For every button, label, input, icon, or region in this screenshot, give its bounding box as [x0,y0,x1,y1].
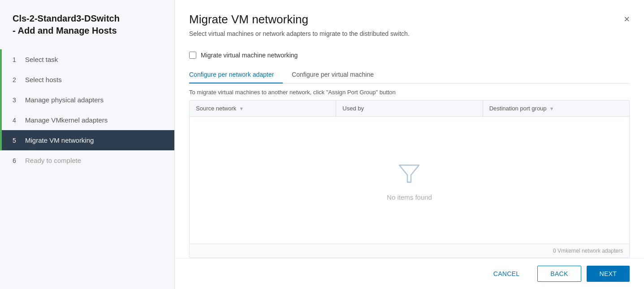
source-filter-icon[interactable]: ▼ [239,106,244,111]
dialog-footer: CANCEL BACK NEXT [175,258,644,289]
migrate-vm-checkbox[interactable] [189,52,196,59]
sidebar-title: Cls-2-Standard3-DSwitch - Add and Manage… [0,13,174,49]
step-label: Migrate VM networking [25,136,94,144]
tab-1[interactable]: Configure per virtual machine [292,67,383,83]
step-bar [0,130,2,150]
back-button[interactable]: BACK [537,266,581,282]
step-label: Ready to complete [25,157,81,164]
close-button[interactable]: × [624,14,630,24]
step-number: 1 [13,56,20,63]
data-table: Source network ▼ Used by Destination por… [189,100,630,258]
sidebar-step-3[interactable]: 3Manage physical adapters [0,90,174,110]
step-number: 5 [13,137,20,144]
table-body: No items found [190,117,629,244]
step-number: 6 [13,157,20,164]
step-bar [0,70,2,90]
step-number: 3 [13,96,20,104]
funnel-icon [396,160,423,188]
step-bar [0,49,2,70]
column-header-destination: Destination port group ▼ [483,101,629,116]
sidebar: Cls-2-Standard3-DSwitch - Add and Manage… [0,0,175,289]
instruction-text: To migrate virtual machines to another n… [189,89,630,96]
step-bar [0,90,2,110]
cancel-button[interactable]: CANCEL [481,266,532,281]
svg-marker-0 [399,165,419,182]
tab-0[interactable]: Configure per network adapter [189,67,283,83]
step-number: 2 [13,76,20,83]
sidebar-step-5[interactable]: 5Migrate VM networking [0,130,174,150]
dialog-header: Migrate VM networking Select virtual mac… [175,0,644,44]
dialog-title: Migrate VM networking [189,13,410,26]
table-header: Source network ▼ Used by Destination por… [190,101,629,117]
checkbox-row: Migrate virtual machine networking [189,52,630,59]
migrate-vm-checkbox-label[interactable]: Migrate virtual machine networking [201,52,298,59]
sidebar-step-4[interactable]: 4Manage VMkernel adapters [0,110,174,130]
destination-filter-icon[interactable]: ▼ [549,106,554,111]
main-content: Migrate VM networking Select virtual mac… [175,0,644,289]
column-header-usedby: Used by [336,101,483,116]
sidebar-step-6: 6Ready to complete [0,150,174,171]
sidebar-step-2[interactable]: 2Select hosts [0,70,174,90]
step-label: Select task [25,56,58,63]
step-label: Manage physical adapters [25,96,104,104]
sidebar-steps: 1Select task2Select hosts3Manage physica… [0,49,174,289]
column-header-source: Source network ▼ [190,101,336,116]
table-footer: 0 Vmkernel network adapters [190,244,629,258]
next-button[interactable]: NEXT [587,266,630,282]
dialog-content: Migrate virtual machine networking Confi… [175,44,644,258]
sidebar-step-1[interactable]: 1Select task [0,49,174,70]
step-label: Select hosts [25,76,62,83]
step-bar [0,110,2,130]
tabs-container: Configure per network adapterConfigure p… [189,67,630,83]
empty-state: No items found [378,151,441,210]
step-label: Manage VMkernel adapters [25,116,108,124]
step-number: 4 [13,117,20,124]
empty-text: No items found [387,193,432,201]
dialog-subtitle: Select virtual machines or network adapt… [189,30,410,37]
